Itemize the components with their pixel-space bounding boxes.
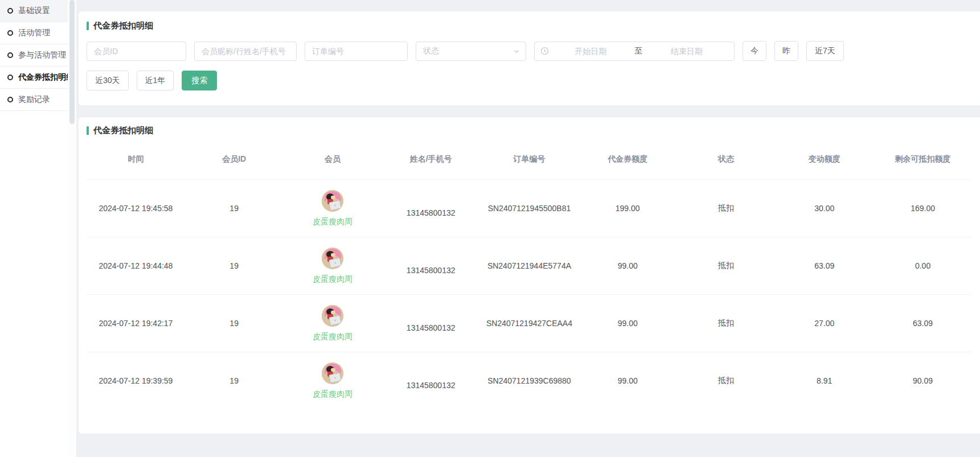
scrollbar-track: [68, 0, 76, 457]
cell-remaining: 169.00: [874, 180, 972, 237]
section-accent-bar: [87, 22, 89, 30]
cell-member-id: 19: [185, 237, 284, 295]
start-date-input[interactable]: [549, 47, 633, 56]
date-range-picker[interactable]: 至: [534, 42, 735, 61]
filter-panel: 代金券抵扣明细 状态 至 今 昨 近7: [79, 11, 980, 105]
cell-member: 皮蛋瘦肉周: [284, 352, 382, 410]
cell-status: 抵扣: [677, 180, 776, 237]
cell-time: 2024-07-12 19:44:48: [87, 237, 185, 295]
sidebar-item-label: 代金券抵扣明细: [18, 72, 74, 83]
column-header: 状态: [677, 141, 776, 180]
table-panel: 代金券抵扣明细 时间会员ID会员姓名/手机号订单编号代金券额度状态变动额度剩余可…: [79, 117, 980, 434]
today-button[interactable]: 今: [743, 41, 766, 61]
main-content: 代金券抵扣明细 状态 至 今 昨 近7: [76, 0, 980, 457]
sidebar-item-participation-management[interactable]: 参与活动管理: [0, 44, 68, 67]
cell-change-amount: 27.00: [775, 295, 874, 352]
table-section-title: 代金券抵扣明细: [87, 125, 972, 136]
cell-time: 2024-07-12 19:42:17: [87, 295, 185, 352]
column-header: 代金券额度: [579, 141, 677, 180]
cell-member: 皮蛋瘦肉周: [284, 295, 382, 352]
cell-change-amount: 8.91: [775, 352, 874, 410]
sidebar-item-voucher-deduction-detail[interactable]: 代金券抵扣明细: [0, 67, 68, 89]
member-avatar: [322, 363, 343, 384]
column-header: 订单编号: [480, 141, 579, 180]
order-no-input[interactable]: [305, 42, 408, 61]
section-title-text: 代金券抵扣明细: [93, 125, 153, 136]
status-select-placeholder: 状态: [423, 46, 513, 56]
cell-remaining: 63.09: [874, 295, 972, 352]
cell-change-amount: 30.00: [775, 180, 874, 237]
column-header: 变动额度: [775, 141, 874, 180]
table-row: 2024-07-12 19:42:17 19: [87, 295, 972, 352]
filter-section-title: 代金券抵扣明细: [87, 20, 972, 31]
sidebar-item-label: 参与活动管理: [18, 50, 66, 60]
cell-remaining: 90.09: [874, 352, 972, 410]
column-header: 姓名/手机号: [382, 141, 480, 180]
lastyear-button[interactable]: 近1年: [137, 71, 174, 90]
cell-status: 抵扣: [677, 237, 776, 295]
cell-member-id: 19: [185, 352, 284, 410]
date-separator: 至: [633, 46, 645, 56]
clock-icon: [540, 47, 549, 55]
sidebar-item-basic-settings[interactable]: 基础设置: [0, 0, 68, 22]
cell-phone: 13145800132: [382, 180, 480, 237]
cell-time: 2024-07-12 19:39:59: [87, 352, 185, 410]
column-header: 剩余可抵扣额度: [874, 141, 972, 180]
sidebar-item-label: 奖励记录: [18, 94, 50, 105]
cell-order-no: SN2407121945500B81: [480, 180, 579, 237]
sidebar-item-activity-management[interactable]: 活动管理: [0, 22, 68, 44]
member-avatar: [322, 305, 343, 327]
scrollbar-thumb[interactable]: [69, 0, 75, 124]
cell-member: 皮蛋瘦肉周: [284, 237, 382, 295]
cell-change-amount: 63.09: [775, 237, 874, 295]
column-header: 时间: [87, 141, 185, 180]
sidebar-item-reward-records[interactable]: 奖励记录: [0, 89, 68, 111]
status-select[interactable]: 状态: [416, 42, 526, 61]
cell-phone: 13145800132: [382, 295, 480, 352]
table-header-row: 时间会员ID会员姓名/手机号订单编号代金券额度状态变动额度剩余可抵扣额度: [87, 141, 972, 180]
circle-icon: [7, 30, 13, 36]
circle-icon: [7, 52, 13, 58]
table-row: 2024-07-12 19:39:59 19: [87, 352, 972, 410]
yesterday-button[interactable]: 昨: [774, 41, 798, 61]
last30days-button[interactable]: 近30天: [87, 71, 129, 90]
section-title-text: 代金券抵扣明细: [93, 20, 153, 31]
cell-order-no: SN2407121939C69880: [480, 352, 579, 410]
circle-icon: [7, 75, 13, 80]
table-body: 2024-07-12 19:45:58 19: [87, 180, 972, 410]
sidebar-item-label: 基础设置: [18, 6, 50, 16]
cell-remaining: 0.00: [874, 237, 972, 295]
search-button[interactable]: 搜索: [182, 71, 217, 90]
table-row: 2024-07-12 19:44:48 19: [87, 237, 972, 295]
section-accent-bar: [87, 126, 89, 135]
cell-coupon-amount: 99.00: [579, 295, 677, 352]
cell-member-id: 19: [185, 180, 284, 237]
cell-phone: 13145800132: [382, 352, 480, 410]
member-nickname: 皮蛋瘦肉周: [313, 389, 352, 400]
cell-time: 2024-07-12 19:45:58: [87, 180, 185, 237]
member-nickname: 皮蛋瘦肉周: [313, 332, 352, 342]
cell-coupon-amount: 99.00: [579, 237, 677, 295]
last7days-button[interactable]: 近7天: [806, 41, 844, 61]
sidebar-item-label: 活动管理: [18, 28, 50, 38]
column-header: 会员ID: [185, 141, 284, 180]
cell-order-no: SN24071219427CEAA4: [480, 295, 579, 352]
circle-icon: [7, 8, 13, 14]
member-avatar: [322, 248, 343, 269]
member-nickname: 皮蛋瘦肉周: [313, 274, 352, 285]
member-id-input[interactable]: [87, 42, 186, 61]
cell-coupon-amount: 199.00: [579, 180, 677, 237]
circle-icon: [7, 97, 13, 102]
cell-member-id: 19: [185, 295, 284, 352]
cell-status: 抵扣: [677, 295, 776, 352]
filter-row-1: 状态 至 今 昨 近7天: [87, 41, 972, 61]
member-nickname: 皮蛋瘦肉周: [313, 217, 352, 227]
member-avatar: [322, 190, 343, 212]
cell-phone: 13145800132: [382, 237, 480, 295]
cell-status: 抵扣: [677, 352, 776, 410]
filter-row-2: 近30天 近1年 搜索: [87, 71, 972, 90]
deduction-table: 时间会员ID会员姓名/手机号订单编号代金券额度状态变动额度剩余可抵扣额度 202…: [87, 141, 972, 410]
column-header: 会员: [284, 141, 382, 180]
nickname-input[interactable]: [194, 42, 297, 61]
end-date-input[interactable]: [645, 47, 729, 56]
